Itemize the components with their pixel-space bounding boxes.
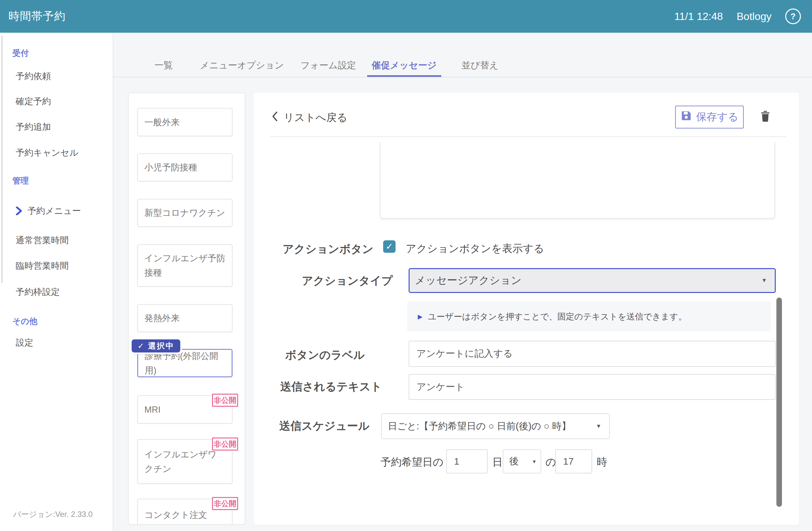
editor-divider (270, 136, 786, 137)
menu-item-card[interactable]: 新型コロナワクチン (137, 199, 233, 227)
button-label-value: アンケートに記入する (417, 347, 513, 360)
menu-item-label: 新型コロナワクチン (144, 206, 225, 220)
tab-reminder-message[interactable]: 催促メッセージ (367, 56, 441, 77)
menu-item-card[interactable]: インフルエンザ予防接種 (137, 244, 233, 287)
tab-list[interactable]: 一覧 (150, 56, 177, 75)
page-title: 時間帯予約 (9, 9, 66, 24)
content-scrollbar-thumb[interactable] (777, 297, 782, 507)
save-button[interactable]: 保存する (675, 106, 744, 128)
help-icon[interactable]: ? (785, 9, 801, 24)
schedule-detail-prefix: 予約希望日の (380, 455, 444, 469)
version-label: バージョン:Ver. 2.33.0 (13, 508, 93, 521)
delete-button[interactable] (755, 107, 775, 127)
sidebar-section-other: その他 (12, 315, 37, 327)
menu-item-label: インフルエンザ予防接種 (144, 251, 226, 280)
selected-badge-label: 選択中 (148, 341, 174, 351)
sidebar-item-settings[interactable]: 設定 (16, 336, 33, 349)
sidebar: 受付 予約依頼 確定予約 予約追加 予約キャンセル 管理 予約メニュー 通常営業… (0, 33, 113, 531)
sidebar-section-management: 管理 (12, 174, 29, 187)
message-content-box[interactable] (380, 142, 775, 219)
show-action-button-checkbox[interactable]: ✓ (383, 240, 395, 253)
send-text-input[interactable]: アンケート (409, 374, 776, 400)
editor-panel: リストへ戻る 保存する アクシ (254, 93, 799, 525)
sidebar-item-temporary-hours[interactable]: 臨時営業時間 (16, 259, 69, 273)
button-label-input[interactable]: アンケートに記入する (409, 341, 776, 367)
sidebar-item-reservation-menu[interactable]: 予約メニュー (27, 204, 81, 218)
main-area: 一覧 メニューオプション フォーム設定 催促メッセージ 並び替え 一般外来 小児… (113, 33, 812, 531)
schedule-particle: の (546, 455, 556, 469)
save-icon (680, 110, 692, 124)
tab-sort-order[interactable]: 並び替え (457, 56, 503, 75)
sidebar-scrollbar[interactable] (1, 35, 3, 283)
private-badge: 非公開 (212, 497, 238, 510)
menu-item-label: コンタクト注文 (144, 508, 207, 522)
menu-item-card[interactable]: 小児予防接種 (137, 153, 233, 181)
chevron-down-icon: ▼ (762, 277, 767, 284)
trash-icon (759, 109, 772, 124)
send-text-field-label: 送信されるテキスト (280, 379, 382, 394)
check-icon: ✓ (137, 341, 144, 350)
menu-item-card[interactable]: 一般外来 (137, 108, 233, 136)
direction-value: 後 (509, 455, 519, 468)
hint-arrow-icon: ▶ (418, 313, 423, 320)
hour-value: 17 (563, 456, 574, 467)
sidebar-item-slot-settings[interactable]: 予約枠設定 (16, 285, 60, 298)
chevron-right-icon (15, 207, 22, 216)
back-link-label: リストへ戻る (284, 111, 348, 125)
save-button-label: 保存する (696, 110, 739, 124)
sidebar-item-cancel-reservation[interactable]: 予約キャンセル (16, 146, 78, 159)
chevron-left-icon (272, 111, 278, 125)
menu-item-card-selected[interactable]: 診療予約(外部公開用) (137, 349, 233, 377)
header-datetime: 11/1 12:48 (674, 11, 723, 23)
hint-text: ユーザーはボタンを押すことで、固定のテキストを送信できます。 (428, 311, 687, 322)
days-suffix-label: 日 (492, 455, 503, 469)
back-to-list-link[interactable]: リストへ戻る (272, 111, 348, 125)
days-value: 1 (454, 456, 459, 467)
schedule-field-label: 送信スケジュール (279, 419, 369, 433)
check-icon: ✓ (386, 241, 393, 252)
action-button-label: アクションボタン (282, 242, 373, 256)
private-badge: 非公開 (212, 437, 238, 450)
menu-item-label: 小児予防接種 (144, 160, 197, 174)
menu-item-card[interactable]: 発熱外来 (137, 304, 233, 332)
menu-item-label: 一般外来 (144, 115, 180, 129)
help-glyph: ? (791, 12, 796, 22)
send-text-value: アンケート (417, 381, 465, 394)
action-type-select[interactable]: メッセージアクション ▼ (409, 268, 776, 293)
chevron-down-icon: ▼ (532, 459, 537, 464)
sidebar-item-add-reservation[interactable]: 予約追加 (16, 120, 51, 134)
app-header: 時間帯予約 11/1 12:48 Botlogy ? (0, 0, 812, 33)
private-badge: 非公開 (212, 394, 238, 407)
action-type-value: メッセージアクション (415, 273, 522, 288)
direction-select[interactable]: 後 ▼ (503, 449, 541, 473)
action-type-hint: ▶ ユーザーはボタンを押すことで、固定のテキストを送信できます。 (407, 302, 771, 332)
chevron-down-icon: ▼ (596, 423, 601, 430)
schedule-value: 日ごと:【予約希望日の ○ 日前(後)の ○ 時】 (388, 420, 571, 433)
header-right: 11/1 12:48 Botlogy ? (674, 9, 801, 24)
tab-menu-options[interactable]: メニューオプション (195, 56, 288, 75)
menu-item-label: MRI (144, 403, 161, 417)
header-account-name: Botlogy (737, 11, 771, 23)
tabs-divider (113, 77, 812, 78)
show-action-button-checkbox-label: アクションボタンを表示する (406, 241, 544, 256)
sidebar-section-reception: 受付 (12, 46, 29, 59)
hour-suffix-label: 時 (597, 455, 607, 469)
menu-list-panel: 一般外来 小児予防接種 新型コロナワクチン インフルエンザ予防接種 発熱外来 診… (128, 93, 245, 525)
selected-badge: ✓ 選択中 (132, 339, 180, 352)
days-input[interactable]: 1 (446, 449, 488, 473)
menu-item-label: 診療予約(外部公開用) (145, 349, 225, 378)
sidebar-item-normal-hours[interactable]: 通常営業時間 (16, 234, 69, 247)
sidebar-item-confirmed-reservation[interactable]: 確定予約 (16, 95, 51, 108)
menu-item-label: 発熱外来 (144, 311, 180, 325)
hour-input[interactable]: 17 (555, 449, 592, 473)
sidebar-item-reservation-request[interactable]: 予約依頼 (16, 70, 51, 83)
action-type-label: アクションタイプ (302, 273, 393, 288)
schedule-select[interactable]: 日ごと:【予約希望日の ○ 日前(後)の ○ 時】 ▼ (381, 413, 610, 439)
tab-form-settings[interactable]: フォーム設定 (296, 56, 361, 75)
button-label-field-label: ボタンのラベル (285, 348, 365, 362)
menu-item-label: インフルエンザワクチン (144, 447, 226, 476)
